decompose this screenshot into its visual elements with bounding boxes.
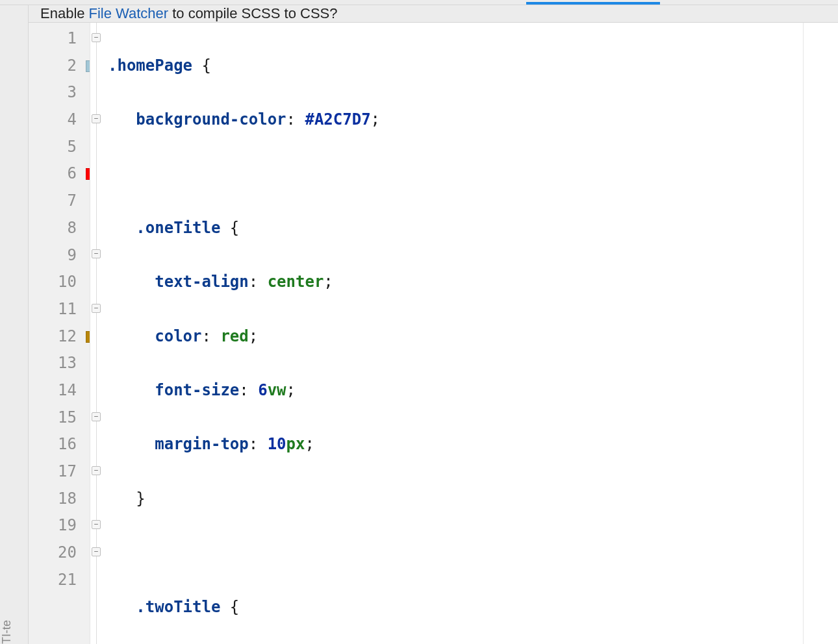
line-number[interactable]: 10 xyxy=(29,269,77,296)
fold-toggle-icon[interactable]: − xyxy=(92,520,101,529)
code-line[interactable]: } xyxy=(108,486,803,513)
line-number[interactable]: 12 xyxy=(29,323,77,351)
line-number[interactable]: 20 xyxy=(29,539,77,567)
line-number[interactable]: 16 xyxy=(29,431,77,458)
code-line[interactable]: font-size: 6vw; xyxy=(108,377,803,404)
code-line[interactable] xyxy=(108,160,803,188)
line-number-gutter[interactable]: 1 2 3 4 5 6 7 8 9 10 11 12 xyxy=(29,23,90,644)
code-line[interactable]: .oneTitle { xyxy=(108,215,803,242)
line-number[interactable]: 7 xyxy=(29,188,77,215)
code-line[interactable]: text-align: center; xyxy=(108,269,803,296)
line-number[interactable]: 1 xyxy=(29,25,77,53)
editor-wrap: Enable File Watcher to compile SCSS to C… xyxy=(29,5,838,644)
code-line[interactable]: .homePage { xyxy=(108,53,803,80)
code-body[interactable]: .homePage { background-color: #A2C7D7; .… xyxy=(101,23,803,644)
fold-toggle-icon[interactable]: − xyxy=(92,249,101,258)
line-number[interactable]: 6 xyxy=(29,160,77,188)
code-line[interactable]: .twoTitle { xyxy=(108,594,803,621)
line-number[interactable]: 2 xyxy=(29,53,77,80)
line-number[interactable]: 21 xyxy=(29,567,77,594)
line-number[interactable]: 11 xyxy=(29,296,77,323)
fold-toggle-icon[interactable]: − xyxy=(92,304,101,313)
line-number[interactable]: 3 xyxy=(29,79,77,106)
line-number[interactable]: 19 xyxy=(29,512,77,539)
file-watcher-banner[interactable]: Enable File Watcher to compile SCSS to C… xyxy=(29,5,838,23)
active-tab-indicator xyxy=(526,2,660,5)
line-number[interactable]: 5 xyxy=(29,134,77,161)
line-number[interactable]: 15 xyxy=(29,404,77,432)
line-number[interactable]: 13 xyxy=(29,350,77,377)
banner-prefix: Enable xyxy=(40,5,85,22)
fold-toggle-icon[interactable]: − xyxy=(92,114,101,123)
line-number[interactable]: 14 xyxy=(29,377,77,404)
line-number[interactable]: 8 xyxy=(29,215,77,242)
project-tool-strip[interactable]: TI-te xyxy=(0,5,29,644)
fold-gutter[interactable]: − − − − − − − − xyxy=(90,23,101,644)
line-number[interactable]: 18 xyxy=(29,486,77,513)
code-line[interactable] xyxy=(108,539,803,567)
body-row: TI-te Enable File Watcher to compile SCS… xyxy=(0,5,838,644)
line-number[interactable]: 9 xyxy=(29,242,77,269)
fold-toggle-icon[interactable]: − xyxy=(92,466,101,475)
app-root: TI-te Enable File Watcher to compile SCS… xyxy=(0,0,838,644)
fold-toggle-icon[interactable]: − xyxy=(92,33,101,42)
code-line[interactable]: background-color: #A2C7D7; xyxy=(108,106,803,134)
fold-toggle-icon[interactable]: − xyxy=(92,547,101,556)
line-number[interactable]: 17 xyxy=(29,458,77,486)
code-line[interactable]: color: red; xyxy=(108,323,803,351)
banner-suffix: to compile SCSS to CSS? xyxy=(172,5,337,22)
code-line[interactable]: margin-top: 10px; xyxy=(108,431,803,458)
line-number[interactable]: 4 xyxy=(29,106,77,134)
code-editor[interactable]: 1 2 3 4 5 6 7 8 9 10 11 12 xyxy=(29,23,838,644)
fold-toggle-icon[interactable]: − xyxy=(92,412,101,421)
project-tool-label: TI-te xyxy=(0,620,13,644)
file-watcher-link[interactable]: File Watcher xyxy=(89,5,169,22)
overview-ruler[interactable] xyxy=(803,23,838,644)
tab-bar-strip xyxy=(0,0,838,5)
